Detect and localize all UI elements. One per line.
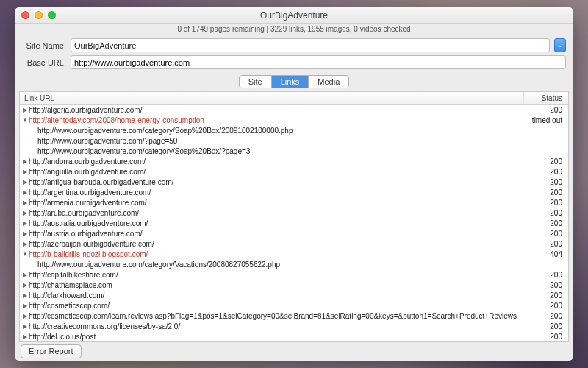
table-row[interactable]: http://www.ourbigadventure.com/?page=50 (20, 135, 568, 146)
row-status: 200 (524, 333, 568, 341)
row-status: 200 (524, 168, 568, 176)
disclosure-down-icon[interactable]: ▼ (21, 117, 29, 124)
window-title: OurBigAdventure (15, 10, 573, 21)
table-row[interactable]: http://www.ourbigadventure.com/category/… (20, 259, 568, 269)
table-row[interactable]: ▶http://azerbaijan.ourbigadventure.com/2… (20, 238, 568, 249)
disclosure-right-icon[interactable]: ▶ (21, 292, 29, 299)
tab-media[interactable]: Media (309, 76, 348, 88)
row-url: http://www.ourbigadventure.com/category/… (37, 147, 524, 155)
table-row[interactable]: ▶http://cosmeticscop.com/200 (20, 300, 568, 311)
row-status: 200 (524, 312, 568, 320)
table-row[interactable]: ▶http://algeria.ourbigadventure.com/200 (20, 105, 568, 115)
row-status: 200 (524, 302, 568, 310)
tab-links[interactable]: Links (272, 76, 309, 88)
row-url: http://creativecommons.org/licenses/by-s… (29, 322, 524, 330)
table-row[interactable]: ▶http://australia.ourbigadventure.com/20… (20, 218, 568, 228)
column-url[interactable]: Link URL (20, 92, 524, 104)
row-status: 200 (524, 281, 568, 289)
table-row[interactable]: http://www.ourbigadventure.com/category/… (20, 125, 568, 135)
titlebar[interactable]: OurBigAdventure (15, 7, 573, 24)
disclosure-right-icon[interactable]: ▶ (21, 323, 29, 330)
table-row[interactable]: ▶http://creativecommons.org/licenses/by-… (20, 321, 568, 331)
row-url: http://anguilla.ourbigadventure.com/ (29, 168, 524, 176)
row-url: http://capitalbikeshare.com/ (29, 271, 524, 279)
table-header[interactable]: Link URL Status (20, 92, 568, 105)
row-status: 200 (524, 199, 568, 207)
table-row[interactable]: ▶http://andorra.ourbigadventure.com/200 (20, 156, 568, 166)
row-url: http://armenia.ourbigadventure.com/ (29, 199, 524, 207)
site-name-label: Site Name: (22, 41, 66, 50)
table-row[interactable]: ▶http://chathamsplace.com200 (20, 280, 568, 290)
zoom-icon[interactable] (48, 11, 56, 19)
row-url: http://altentoday.com/2008/home-energy-c… (29, 116, 524, 124)
row-url: http://algeria.ourbigadventure.com/ (29, 106, 524, 114)
table-row[interactable]: ▶http://aruba.ourbigadventure.com/200 (20, 208, 568, 218)
row-url: http://azerbaijan.ourbigadventure.com/ (29, 240, 524, 248)
disclosure-right-icon[interactable]: ▶ (21, 158, 29, 165)
row-url: http://www.ourbigadventure.com/?page=50 (37, 137, 524, 145)
row-url: http://clarkhoward.com/ (29, 291, 524, 300)
row-status: 200 (524, 158, 568, 166)
disclosure-right-icon[interactable]: ▶ (21, 272, 29, 278)
row-status: 200 (524, 240, 568, 248)
table-row[interactable]: ▼http://b-balldrills-ngozi.blogspot.com/… (20, 249, 568, 259)
traffic-lights (15, 11, 56, 19)
disclosure-right-icon[interactable]: ▶ (21, 189, 29, 196)
column-status[interactable]: Status (524, 92, 568, 104)
row-status: 200 (524, 271, 568, 279)
base-url-label: Base URL: (22, 58, 66, 67)
disclosure-right-icon[interactable]: ▶ (21, 179, 29, 185)
table-body[interactable]: ▶http://algeria.ourbigadventure.com/200▼… (20, 105, 568, 341)
row-url: http://cosmeticscop.com/learn.reviews.as… (29, 312, 524, 320)
chevron-updown-icon: ⌄ (558, 42, 563, 49)
view-segmented-control: Site Links Media (15, 74, 573, 91)
row-status: 404 (524, 250, 568, 258)
base-url-input[interactable] (71, 55, 566, 69)
row-url: http://www.ourbigadventure.com/category/… (37, 261, 524, 269)
table-row[interactable]: ▶http://austria.ourbigadventure.com/200 (20, 228, 568, 238)
row-status: 200 (524, 188, 568, 197)
row-status: 200 (524, 106, 568, 114)
table-row[interactable]: ▶http://capitalbikeshare.com/200 (20, 269, 568, 280)
table-row[interactable]: ▶http://argentina.ourbigadventure.com/20… (20, 187, 568, 197)
disclosure-right-icon[interactable]: ▶ (21, 313, 29, 319)
table-row[interactable]: ▶http://antigua-barbuda.ourbigadventure.… (20, 177, 568, 187)
table-row[interactable]: ▶http://cosmeticscop.com/learn.reviews.a… (20, 311, 568, 321)
disclosure-right-icon[interactable]: ▶ (21, 241, 29, 247)
table-row[interactable]: http://www.ourbigadventure.com/category/… (20, 146, 568, 156)
disclosure-right-icon[interactable]: ▶ (21, 302, 29, 309)
minimize-icon[interactable] (35, 11, 43, 19)
disclosure-right-icon[interactable]: ▶ (21, 169, 29, 175)
disclosure-right-icon[interactable]: ▶ (21, 282, 29, 289)
row-url: http://australia.ourbigadventure.com/ (29, 219, 524, 227)
error-report-button[interactable]: Error Report (21, 344, 82, 358)
disclosure-right-icon[interactable]: ▶ (21, 230, 29, 237)
table-row[interactable]: ▶http://anguilla.ourbigadventure.com/200 (20, 166, 568, 177)
site-name-input[interactable] (71, 38, 550, 52)
table-row[interactable]: ▶http://del.icio.us/post200 (20, 331, 568, 341)
row-url: http://b-balldrills-ngozi.blogspot.com/ (29, 250, 524, 258)
table-row[interactable]: ▼http://altentoday.com/2008/home-energy-… (20, 115, 568, 125)
disclosure-right-icon[interactable]: ▶ (21, 333, 29, 340)
disclosure-right-icon[interactable]: ▶ (21, 220, 29, 227)
disclosure-right-icon[interactable]: ▶ (21, 210, 29, 216)
disclosure-right-icon[interactable]: ▶ (21, 107, 29, 113)
row-url: http://austria.ourbigadventure.com/ (29, 230, 524, 238)
row-status: 200 (524, 209, 568, 217)
table-row[interactable]: ▶http://clarkhoward.com/200 (20, 290, 568, 300)
disclosure-right-icon[interactable]: ▶ (21, 199, 29, 206)
row-status: 200 (524, 219, 568, 227)
tab-site[interactable]: Site (240, 76, 272, 88)
row-url: http://andorra.ourbigadventure.com/ (29, 158, 524, 166)
footer: Error Report (15, 342, 573, 361)
close-icon[interactable] (21, 11, 29, 19)
row-url: http://antigua-barbuda.ourbigadventure.c… (29, 178, 524, 186)
disclosure-down-icon[interactable]: ▼ (21, 251, 29, 258)
table-row[interactable]: ▶http://armenia.ourbigadventure.com/200 (20, 197, 568, 208)
row-status: 200 (524, 291, 568, 300)
site-dropdown-button[interactable]: ⌄ (554, 38, 566, 52)
row-url: http://aruba.ourbigadventure.com/ (29, 209, 524, 217)
row-url: http://cosmeticscop.com/ (29, 302, 524, 310)
row-url: http://chathamsplace.com (29, 281, 524, 289)
row-status: 200 (524, 178, 568, 186)
